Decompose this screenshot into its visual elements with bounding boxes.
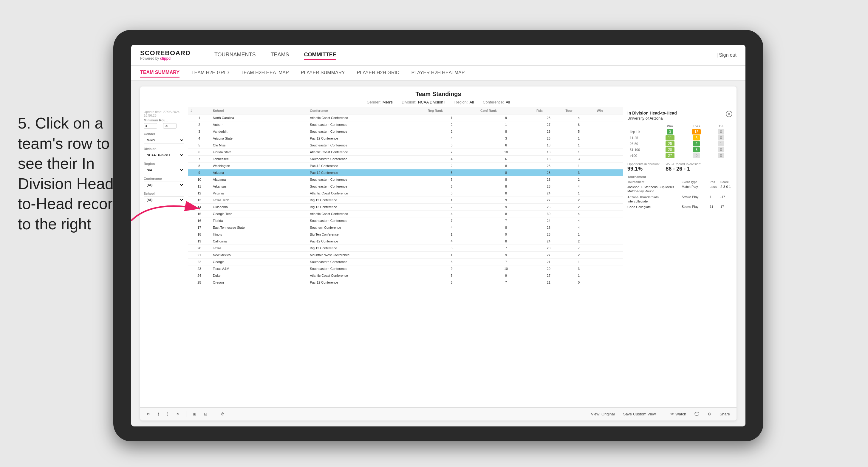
table-row[interactable]: 1 North Carolina Atlantic Coast Conferen… [188, 115, 623, 121]
bottom-toolbar: ↺ ⟨ ⟩ ↻ ⊞ ⊡ ⏱ View: Original [140, 407, 737, 421]
school-cell: California [211, 238, 307, 245]
table-row[interactable]: 20 Texas Big 12 Conference 3 7 20 7 [188, 245, 623, 252]
school-select[interactable]: (All) [144, 196, 184, 203]
step-back-button[interactable]: ⟨ [155, 411, 162, 417]
table-row[interactable]: 4 Arizona State Pac-12 Conference 4 3 26… [188, 135, 623, 142]
gender-select[interactable]: Men's [144, 137, 184, 144]
table-row[interactable]: 6 Florida State Atlantic Coast Conferenc… [188, 149, 623, 156]
subnav-team-h2h-heatmap[interactable]: TEAM H2H HEATMAP [241, 69, 289, 77]
view-original-button[interactable]: View: Original [589, 411, 617, 417]
rds-cell: 20 [534, 245, 563, 252]
tour-cell: 2 [563, 176, 594, 183]
tournament-pos: 11 [710, 205, 719, 209]
comment-button[interactable]: 💬 [692, 411, 702, 417]
reg-rank-cell: 5 [425, 272, 478, 279]
content-inner: Update time: 27/03/2024 16:56:26 Minimum… [140, 107, 737, 407]
tournament-name: Jackson T. Stephens Cup Men's Match-Play… [627, 185, 680, 193]
table-row[interactable]: 2 Auburn Southeastern Conference 2 1 27 … [188, 121, 623, 128]
nav-teams[interactable]: TEAMS [271, 50, 289, 60]
tour-cell: 2 [563, 252, 594, 258]
h2h-win-cell: 27 [657, 153, 683, 159]
table-row[interactable]: 15 Georgia Tech Atlantic Coast Conferenc… [188, 211, 623, 217]
subnav-team-h2h-grid[interactable]: TEAM H2H GRID [191, 69, 229, 77]
conference-cell: Southeastern Conference [307, 142, 425, 149]
table-row[interactable]: 8 Washington Pac-12 Conference 2 8 23 1 [188, 162, 623, 169]
reg-rank-cell: 2 [425, 162, 478, 169]
table-row[interactable]: 3 Vanderbilt Southeastern Conference 2 8… [188, 128, 623, 135]
table-row[interactable]: 23 Texas A&M Southeastern Conference 9 1… [188, 266, 623, 272]
h2h-col-loss: Loss [683, 123, 710, 129]
table-row[interactable]: 9 Arizona Pac-12 Conference 5 8 23 3 [188, 169, 623, 176]
h2h-loss-cell: 0 [683, 153, 710, 159]
undo-button[interactable]: ↺ [144, 411, 152, 417]
save-custom-button[interactable]: Save Custom View [621, 411, 658, 417]
reg-rank-cell: 6 [425, 183, 478, 190]
watch-button[interactable]: 👁 Watch [668, 411, 688, 417]
table-row[interactable]: 24 Duke Atlantic Coast Conference 5 9 27… [188, 272, 623, 279]
h2h-close-button[interactable]: ✕ [726, 111, 732, 117]
col-tour: Tour [563, 107, 594, 115]
table-row[interactable]: 17 East Tennessee State Southern Confere… [188, 224, 623, 231]
table-row[interactable]: 5 Ole Miss Southeastern Conference 3 6 1… [188, 142, 623, 149]
reg-rank-cell: 2 [425, 121, 478, 128]
table-row[interactable]: 10 Alabama Southeastern Conference 5 8 2… [188, 176, 623, 183]
nav-committee[interactable]: COMMITTEE [304, 50, 336, 60]
table-row[interactable]: 13 Texas Tech Big 12 Conference 1 9 27 2 [188, 197, 623, 204]
min-rounds-input[interactable] [144, 123, 157, 128]
school-cell: Georgia Tech [211, 211, 307, 217]
subnav-player-summary[interactable]: PLAYER SUMMARY [301, 69, 345, 77]
conference-cell: Atlantic Coast Conference [307, 115, 425, 121]
table-row[interactable]: 21 New Mexico Mountain West Conference 1… [188, 252, 623, 258]
opponents-value: 99.1% [627, 166, 659, 172]
logo-area: SCOREBOARD Powered by clippd [140, 50, 190, 61]
rds-cell: 23 [534, 231, 563, 238]
settings-button[interactable]: ⚙ [705, 411, 714, 417]
rds-cell: 18 [534, 156, 563, 162]
col-reg-rank: Reg Rank [425, 107, 478, 115]
table-row[interactable]: 14 Oklahoma Big 12 Conference 2 9 26 2 [188, 204, 623, 211]
reg-rank-cell: 2 [425, 204, 478, 211]
nav-tournaments[interactable]: TOURNAMENTS [214, 50, 256, 60]
tour-cell: 2 [563, 204, 594, 211]
redo-button[interactable]: ↻ [174, 411, 182, 417]
table-row[interactable]: 7 Tennessee Southeastern Conference 4 6 … [188, 156, 623, 162]
clock-button[interactable]: ⏱ [218, 411, 227, 417]
table-row[interactable]: 11 Arkansas Southeastern Conference 6 8 … [188, 183, 623, 190]
division-select[interactable]: NCAA Division I [144, 152, 184, 158]
sign-out-button[interactable]: | Sign out [716, 53, 737, 58]
share-button[interactable]: Share [717, 411, 732, 417]
win-cell [594, 266, 623, 272]
conference-cell: Southeastern Conference [307, 258, 425, 266]
content-card: Team Standings Gender: Men's Division: N… [140, 87, 737, 421]
table-row[interactable]: 25 Oregon Pac-12 Conference 5 7 21 0 [188, 279, 623, 286]
conference-select[interactable]: (All) [144, 182, 184, 188]
step-forward-button[interactable]: ⟩ [164, 411, 171, 417]
copy-button[interactable]: ⊞ [190, 411, 198, 417]
reg-rank-cell: 3 [425, 142, 478, 149]
h2h-win-cell: 3 [657, 129, 683, 135]
conf-rank-cell: 9 [478, 197, 534, 204]
rank-cell: 4 [188, 135, 211, 142]
subnav-player-h2h-grid[interactable]: PLAYER H2H GRID [357, 69, 400, 77]
region-select[interactable]: N/A [144, 167, 184, 173]
rank-cell: 1 [188, 115, 211, 121]
h2h-range-label: Top 10 [627, 129, 657, 135]
crop-button[interactable]: ⊡ [202, 411, 210, 417]
h2h-col-tie: Tie [710, 123, 732, 129]
rank-cell: 15 [188, 211, 211, 217]
subnav-player-h2h-heatmap[interactable]: PLAYER H2H HEATMAP [411, 69, 465, 77]
subnav-team-summary[interactable]: TEAM SUMMARY [140, 68, 180, 77]
school-cell: Florida State [211, 149, 307, 156]
max-rounds-input[interactable] [163, 123, 177, 128]
table-row[interactable]: 16 Florida Southeastern Conference 7 7 2… [188, 217, 623, 224]
school-cell: Texas Tech [211, 197, 307, 204]
conf-rank-cell: 1 [478, 121, 534, 128]
win-cell [594, 115, 623, 121]
table-row[interactable]: 22 Georgia Southeastern Conference 8 7 2… [188, 258, 623, 266]
table-wrapper: # School Conference Reg Rank Conf Rank R… [188, 107, 623, 407]
conf-rank-cell: 8 [478, 211, 534, 217]
table-row[interactable]: 12 Virginia Atlantic Coast Conference 3 … [188, 190, 623, 197]
table-row[interactable]: 19 California Pac-12 Conference 4 8 24 2 [188, 238, 623, 245]
table-row[interactable]: 18 Illinois Big Ten Conference 1 9 23 1 [188, 231, 623, 238]
conf-rank-cell: 8 [478, 224, 534, 231]
